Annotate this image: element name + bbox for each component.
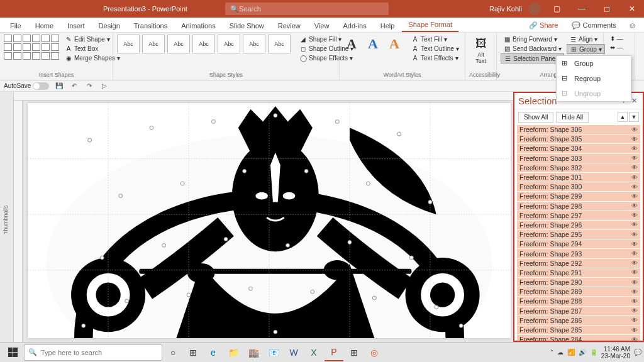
taskbar-app[interactable]: 🏬 [244, 344, 263, 361]
visibility-eye-icon[interactable]: 👁 [631, 145, 638, 152]
taskbar-app[interactable]: 📁 [224, 344, 243, 361]
selection-list-item[interactable]: Freeform: Shape 292👁 [517, 259, 640, 268]
move-up-button[interactable]: ▲ [618, 112, 628, 122]
selection-list-item[interactable]: Freeform: Shape 288👁 [517, 297, 640, 305]
selection-list-item[interactable]: Freeform: Shape 303👁 [517, 154, 640, 163]
visibility-eye-icon[interactable]: 👁 [631, 212, 638, 219]
text-fill-button[interactable]: AText Fill ▾ [409, 35, 462, 43]
menu-regroup[interactable]: ⊟Regroup [557, 71, 631, 86]
group-button[interactable]: ⊞Group ▾ [567, 44, 605, 54]
selection-list-item[interactable]: Freeform: Shape 304👁 [517, 144, 640, 153]
selection-list-item[interactable]: Freeform: Shape 287👁 [517, 307, 640, 315]
tab-review[interactable]: Review [272, 19, 307, 32]
tab-help[interactable]: Help [374, 19, 401, 32]
selection-list-item[interactable]: Freeform: Shape 286👁 [517, 316, 640, 325]
bring-forward-button[interactable]: ▦Bring Forward ▾ [501, 35, 564, 43]
visibility-eye-icon[interactable]: 👁 [631, 241, 638, 248]
search-input[interactable] [239, 5, 384, 13]
tab-animations[interactable]: Animations [175, 19, 221, 32]
shape-gallery[interactable] [4, 35, 60, 60]
selection-list-item[interactable]: Freeform: Shape 301👁 [517, 173, 640, 182]
visibility-eye-icon[interactable]: 👁 [631, 250, 638, 257]
selection-list[interactable]: Freeform: Shape 306👁Freeform: Shape 305👁… [514, 125, 643, 341]
send-backward-button[interactable]: ▧Send Backward ▾ [501, 44, 564, 53]
selection-list-item[interactable]: Freeform: Shape 294👁 [517, 239, 640, 248]
selection-pane-button[interactable]: ☰Selection Pane [501, 53, 564, 63]
slide-canvas[interactable] [28, 103, 511, 338]
tab-slideshow[interactable]: Slide Show [223, 19, 270, 32]
selection-list-item[interactable]: Freeform: Shape 291👁 [517, 268, 640, 277]
tab-addins[interactable]: Add-ins [336, 19, 372, 32]
hide-all-button[interactable]: Hide All [556, 112, 589, 123]
save-icon[interactable]: 💾 [54, 82, 64, 90]
visibility-eye-icon[interactable]: 👁 [631, 184, 638, 190]
selection-list-item[interactable]: Freeform: Shape 305👁 [517, 134, 640, 143]
tab-design[interactable]: Design [92, 19, 126, 32]
undo-icon[interactable]: ↶ [69, 82, 79, 90]
visibility-eye-icon[interactable]: 👁 [631, 164, 638, 171]
visibility-eye-icon[interactable]: 👁 [631, 317, 638, 324]
text-effects-button[interactable]: AText Effects ▾ [409, 53, 462, 62]
menu-group[interactable]: ⊞Group [557, 56, 631, 71]
autosave-toggle[interactable]: AutoSave [4, 82, 49, 90]
share-button[interactable]: 🔗 Share [523, 19, 564, 32]
tab-view[interactable]: View [308, 19, 336, 32]
tray-wifi-icon[interactable]: 📶 [567, 349, 575, 356]
tell-me-search[interactable]: 🔍 [225, 3, 389, 15]
comments-button[interactable]: 💬 Comments [566, 19, 621, 32]
selection-list-item[interactable]: Freeform: Shape 297👁 [517, 211, 640, 220]
selection-list-item[interactable]: Freeform: Shape 298👁 [517, 202, 640, 211]
avatar[interactable] [528, 3, 541, 15]
thumbnail-strip[interactable]: Thumbnails [0, 92, 14, 342]
tray-volume-icon[interactable]: 🔊 [579, 349, 586, 356]
visibility-eye-icon[interactable]: 👁 [631, 126, 638, 133]
tray-onedrive-icon[interactable]: ☁ [557, 349, 564, 356]
taskbar-search[interactable]: 🔍 [24, 344, 162, 361]
selection-list-item[interactable]: Freeform: Shape 300👁 [517, 182, 640, 191]
move-down-button[interactable]: ▼ [629, 112, 639, 122]
tray-chevron-icon[interactable]: ˄ [550, 349, 553, 356]
show-all-button[interactable]: Show All [518, 112, 553, 123]
visibility-eye-icon[interactable]: 👁 [631, 174, 638, 181]
visibility-eye-icon[interactable]: 👁 [631, 336, 638, 341]
align-button[interactable]: ☰Align ▾ [567, 35, 605, 43]
maximize-button[interactable]: ◻ [597, 1, 616, 16]
visibility-eye-icon[interactable]: 👁 [631, 231, 638, 238]
ribbon-display-options[interactable]: ▢ [547, 1, 566, 16]
selection-list-item[interactable]: Freeform: Shape 302👁 [517, 163, 640, 172]
visibility-eye-icon[interactable]: 👁 [631, 279, 638, 286]
alt-text-button[interactable]: 🖾 Alt Text [469, 35, 492, 67]
feedback-icon[interactable]: ☺ [625, 19, 640, 32]
system-clock[interactable]: 11:46 AM 23-Mar-20 [601, 346, 630, 359]
visibility-eye-icon[interactable]: 👁 [631, 193, 638, 200]
visibility-eye-icon[interactable]: 👁 [631, 327, 638, 334]
start-button[interactable] [3, 344, 23, 361]
selection-list-item[interactable]: Freeform: Shape 299👁 [517, 192, 640, 200]
taskbar-app[interactable]: ◎ [365, 344, 384, 361]
taskbar-app[interactable]: P [325, 344, 343, 361]
selection-list-item[interactable]: Freeform: Shape 289👁 [517, 287, 640, 296]
taskbar-search-input[interactable] [41, 349, 158, 356]
size-height[interactable]: ⬍ — [608, 35, 626, 43]
start-from-beginning-icon[interactable]: ▷ [99, 82, 109, 90]
visibility-eye-icon[interactable]: 👁 [631, 288, 638, 295]
tab-insert[interactable]: Insert [61, 19, 91, 32]
minimize-button[interactable]: — [572, 1, 591, 16]
taskbar-app[interactable]: e [204, 344, 223, 361]
tab-transitions[interactable]: Transitions [128, 19, 174, 32]
wordart-gallery[interactable]: A A A [343, 35, 402, 53]
visibility-eye-icon[interactable]: 👁 [631, 136, 638, 143]
selection-list-item[interactable]: Freeform: Shape 290👁 [517, 278, 640, 287]
notifications-icon[interactable]: 💬 [634, 349, 641, 356]
selection-list-item[interactable]: Freeform: Shape 306👁 [517, 125, 640, 134]
visibility-eye-icon[interactable]: 👁 [631, 298, 638, 305]
cortana-icon[interactable]: ○ [164, 344, 182, 361]
taskbar-app[interactable]: ⊞ [345, 344, 364, 361]
visibility-eye-icon[interactable]: 👁 [631, 202, 638, 209]
task-view-icon[interactable]: ⊞ [184, 344, 203, 361]
visibility-eye-icon[interactable]: 👁 [631, 155, 638, 162]
tab-shape-format[interactable]: Shape Format [402, 18, 458, 32]
redo-icon[interactable]: ↷ [84, 82, 94, 90]
selection-list-item[interactable]: Freeform: Shape 296👁 [517, 221, 640, 229]
visibility-eye-icon[interactable]: 👁 [631, 260, 638, 266]
